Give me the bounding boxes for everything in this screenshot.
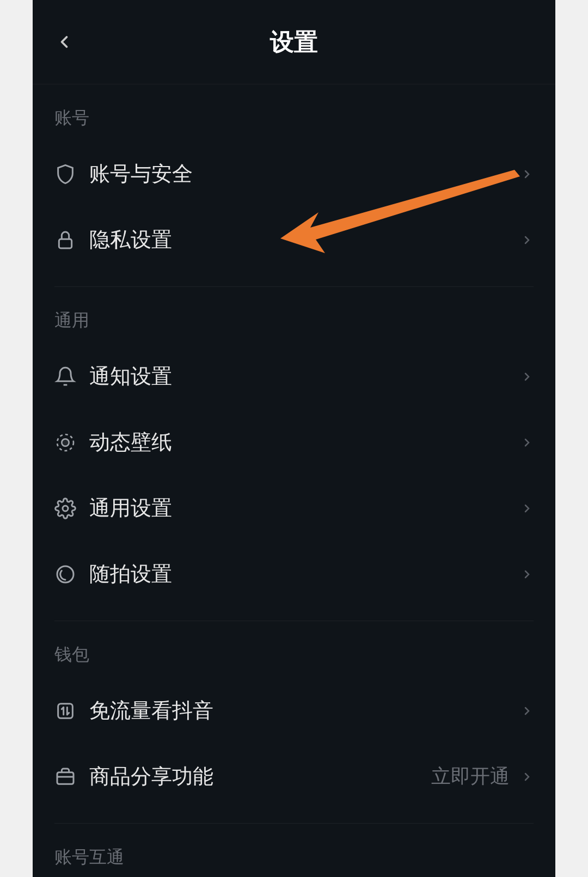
item-account-security[interactable]: 账号与安全	[33, 141, 555, 207]
chevron-right-icon	[520, 365, 534, 388]
item-label: 动态壁纸	[89, 428, 520, 456]
item-label: 随拍设置	[89, 560, 520, 588]
item-notification-settings[interactable]: 通知设置	[33, 344, 555, 409]
item-extra-text: 立即开通	[431, 763, 510, 790]
header: 设置	[33, 0, 555, 84]
lock-icon	[54, 229, 89, 251]
item-label: 免流量看抖音	[89, 697, 520, 725]
item-live-wallpaper[interactable]: 动态壁纸	[33, 409, 555, 475]
item-label: 商品分享功能	[89, 763, 431, 790]
back-button[interactable]	[54, 26, 76, 58]
chevron-right-icon	[520, 563, 534, 586]
chevron-right-icon	[520, 163, 534, 186]
section-label-wallet: 钱包	[33, 621, 555, 678]
svg-rect-6	[57, 772, 74, 784]
svg-point-2	[62, 439, 69, 446]
chevron-right-icon	[520, 497, 534, 520]
page-title: 设置	[270, 26, 318, 58]
section-label-link: 账号互通	[33, 824, 555, 877]
data-icon	[54, 700, 89, 722]
item-label: 隐私设置	[89, 226, 520, 254]
briefcase-icon	[54, 766, 89, 788]
item-label: 通用设置	[89, 494, 520, 522]
chevron-right-icon	[520, 765, 534, 788]
item-general-settings[interactable]: 通用设置	[33, 475, 555, 541]
bell-icon	[54, 366, 89, 388]
chevron-right-icon	[520, 431, 534, 454]
item-free-data-douyin[interactable]: 免流量看抖音	[33, 678, 555, 744]
svg-rect-5	[58, 703, 73, 718]
shield-icon	[54, 163, 89, 185]
svg-rect-0	[59, 239, 71, 248]
item-label: 通知设置	[89, 363, 520, 390]
item-privacy-settings[interactable]: 隐私设置	[33, 207, 555, 273]
chevron-right-icon	[520, 229, 534, 252]
item-snap-settings[interactable]: 随拍设置	[33, 541, 555, 607]
item-product-share[interactable]: 商品分享功能 立即开通	[33, 744, 555, 809]
item-label: 账号与安全	[89, 160, 520, 188]
chevron-right-icon	[520, 700, 534, 722]
settings-screen: 设置 账号 账号与安全 隐私设置 通用	[33, 0, 555, 877]
circle-icon	[54, 563, 89, 585]
target-icon	[54, 432, 89, 453]
section-label-general: 通用	[33, 287, 555, 344]
section-label-account: 账号	[33, 84, 555, 141]
gear-icon	[54, 498, 89, 519]
